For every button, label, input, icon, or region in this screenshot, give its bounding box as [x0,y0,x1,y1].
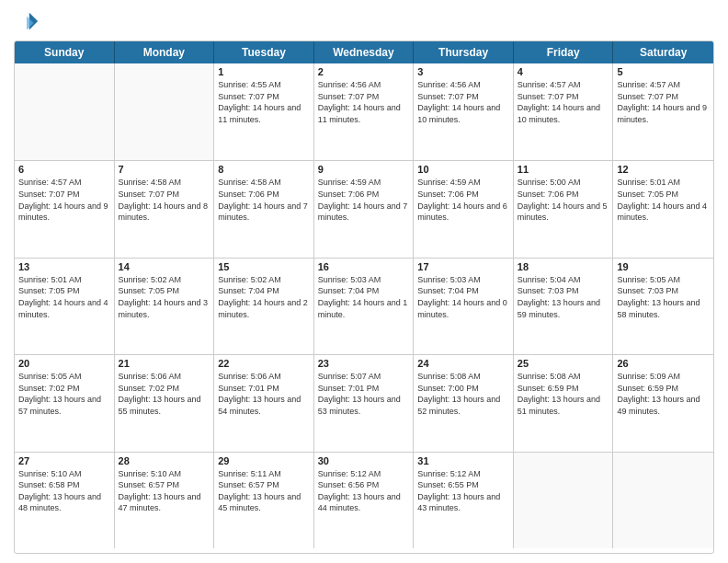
day-number: 19 [617,261,710,272]
day-number: 7 [119,164,210,175]
day-number: 24 [417,358,509,369]
sun-info: Sunrise: 5:08 AMSunset: 7:00 PMDaylight:… [417,371,509,417]
day-number: 26 [617,358,710,369]
header-day-wednesday: Wednesday [314,41,415,63]
cal-cell: 20 Sunrise: 5:05 AMSunset: 7:02 PMDaylig… [15,355,115,451]
cal-cell: 12 Sunrise: 5:01 AMSunset: 7:05 PMDaylig… [613,161,713,257]
cal-cell: 2 Sunrise: 4:56 AMSunset: 7:07 PMDayligh… [314,63,415,160]
sun-info: Sunrise: 4:56 AMSunset: 7:07 PMDaylight:… [417,79,509,125]
cal-cell: 10 Sunrise: 4:59 AMSunset: 7:06 PMDaylig… [414,161,514,257]
day-number: 10 [417,164,509,175]
day-number: 2 [318,66,410,77]
cal-cell: 9 Sunrise: 4:59 AMSunset: 7:06 PMDayligh… [314,161,415,257]
header-day-saturday: Saturday [613,41,713,63]
sun-info: Sunrise: 5:08 AMSunset: 6:59 PMDaylight:… [518,371,609,417]
sun-info: Sunrise: 4:56 AMSunset: 7:07 PMDaylight:… [318,79,410,125]
day-number: 25 [518,358,609,369]
day-number: 4 [518,66,609,77]
cal-cell: 5 Sunrise: 4:57 AMSunset: 7:07 PMDayligh… [613,63,713,160]
header-day-thursday: Thursday [414,41,514,63]
sun-info: Sunrise: 5:12 AMSunset: 6:56 PMDaylight:… [318,468,410,514]
header-day-tuesday: Tuesday [214,41,314,63]
sun-info: Sunrise: 5:10 AMSunset: 6:58 PMDaylight:… [18,468,110,514]
sun-info: Sunrise: 5:02 AMSunset: 7:05 PMDaylight:… [119,274,210,320]
cal-cell: 23 Sunrise: 5:07 AMSunset: 7:01 PMDaylig… [314,355,415,451]
week-row-3: 13 Sunrise: 5:01 AMSunset: 7:05 PMDaylig… [15,258,713,354]
cal-cell: 29 Sunrise: 5:11 AMSunset: 6:57 PMDaylig… [214,453,314,548]
day-number: 14 [119,261,210,272]
sun-info: Sunrise: 4:59 AMSunset: 7:06 PMDaylight:… [417,177,509,223]
cal-cell: 21 Sunrise: 5:06 AMSunset: 7:02 PMDaylig… [115,355,215,451]
cal-cell: 30 Sunrise: 5:12 AMSunset: 6:56 PMDaylig… [314,453,415,548]
sun-info: Sunrise: 4:57 AMSunset: 7:07 PMDaylight:… [617,79,710,125]
cal-cell: 13 Sunrise: 5:01 AMSunset: 7:05 PMDaylig… [15,259,115,354]
sun-info: Sunrise: 5:07 AMSunset: 7:01 PMDaylight:… [318,371,410,417]
day-number: 15 [218,261,310,272]
cal-cell: 1 Sunrise: 4:55 AMSunset: 7:07 PMDayligh… [214,63,314,160]
day-number: 9 [318,164,410,175]
sun-info: Sunrise: 5:05 AMSunset: 7:02 PMDaylight:… [18,371,110,417]
sun-info: Sunrise: 4:58 AMSunset: 7:07 PMDaylight:… [119,177,210,223]
cal-cell: 15 Sunrise: 5:02 AMSunset: 7:04 PMDaylig… [214,259,314,354]
cal-cell: 31 Sunrise: 5:12 AMSunset: 6:55 PMDaylig… [414,453,514,548]
cal-cell: 8 Sunrise: 4:58 AMSunset: 7:06 PMDayligh… [214,161,314,257]
cal-cell [613,453,713,548]
sun-info: Sunrise: 5:09 AMSunset: 6:59 PMDaylight:… [617,371,710,417]
day-number: 30 [318,455,410,466]
day-number: 12 [617,164,710,175]
sun-info: Sunrise: 5:01 AMSunset: 7:05 PMDaylight:… [18,274,110,320]
day-number: 13 [18,261,110,272]
sun-info: Sunrise: 5:12 AMSunset: 6:55 PMDaylight:… [417,468,509,514]
sun-info: Sunrise: 5:06 AMSunset: 7:01 PMDaylight:… [218,371,310,417]
week-row-1: 1 Sunrise: 4:55 AMSunset: 7:07 PMDayligh… [15,63,713,160]
day-number: 22 [218,358,310,369]
cal-cell: 27 Sunrise: 5:10 AMSunset: 6:58 PMDaylig… [15,453,115,548]
sun-info: Sunrise: 5:11 AMSunset: 6:57 PMDaylight:… [218,468,310,514]
day-number: 5 [617,66,710,77]
sun-info: Sunrise: 5:03 AMSunset: 7:04 PMDaylight:… [318,274,410,320]
day-number: 1 [218,66,310,77]
day-number: 20 [18,358,110,369]
week-row-4: 20 Sunrise: 5:05 AMSunset: 7:02 PMDaylig… [15,354,713,451]
day-number: 21 [119,358,210,369]
sun-info: Sunrise: 4:57 AMSunset: 7:07 PMDaylight:… [518,79,609,125]
sun-info: Sunrise: 5:05 AMSunset: 7:03 PMDaylight:… [617,274,710,320]
header-day-sunday: Sunday [15,41,115,63]
calendar: SundayMondayTuesdayWednesdayThursdayFrid… [14,40,714,554]
day-number: 11 [518,164,609,175]
day-number: 31 [417,455,509,466]
sun-info: Sunrise: 5:01 AMSunset: 7:05 PMDaylight:… [617,177,710,223]
day-number: 23 [318,358,410,369]
day-number: 3 [417,66,509,77]
cal-cell [514,453,614,548]
sun-info: Sunrise: 5:04 AMSunset: 7:03 PMDaylight:… [518,274,609,320]
sun-info: Sunrise: 5:00 AMSunset: 7:06 PMDaylight:… [518,177,609,223]
cal-cell: 19 Sunrise: 5:05 AMSunset: 7:03 PMDaylig… [613,259,713,354]
cal-cell: 17 Sunrise: 5:03 AMSunset: 7:04 PMDaylig… [414,259,514,354]
cal-cell: 26 Sunrise: 5:09 AMSunset: 6:59 PMDaylig… [613,355,713,451]
sun-info: Sunrise: 4:57 AMSunset: 7:07 PMDaylight:… [18,177,110,223]
cal-cell: 11 Sunrise: 5:00 AMSunset: 7:06 PMDaylig… [514,161,614,257]
day-number: 29 [218,455,310,466]
cal-cell: 28 Sunrise: 5:10 AMSunset: 6:57 PMDaylig… [115,453,215,548]
calendar-body: 1 Sunrise: 4:55 AMSunset: 7:07 PMDayligh… [15,63,713,548]
cal-cell: 7 Sunrise: 4:58 AMSunset: 7:07 PMDayligh… [115,161,215,257]
sun-info: Sunrise: 5:02 AMSunset: 7:04 PMDaylight:… [218,274,310,320]
sun-info: Sunrise: 5:06 AMSunset: 7:02 PMDaylight:… [119,371,210,417]
header-day-monday: Monday [115,41,215,63]
day-number: 27 [18,455,110,466]
day-number: 6 [18,164,110,175]
cal-cell: 16 Sunrise: 5:03 AMSunset: 7:04 PMDaylig… [314,259,415,354]
day-number: 17 [417,261,509,272]
cal-cell: 18 Sunrise: 5:04 AMSunset: 7:03 PMDaylig… [514,259,614,354]
calendar-header: SundayMondayTuesdayWednesdayThursdayFrid… [15,41,713,63]
logo-icon [14,9,40,35]
cal-cell [15,63,115,160]
cal-cell: 24 Sunrise: 5:08 AMSunset: 7:00 PMDaylig… [414,355,514,451]
day-number: 8 [218,164,310,175]
sun-info: Sunrise: 5:03 AMSunset: 7:04 PMDaylight:… [417,274,509,320]
day-number: 18 [518,261,609,272]
sun-info: Sunrise: 4:58 AMSunset: 7:06 PMDaylight:… [218,177,310,223]
cal-cell: 3 Sunrise: 4:56 AMSunset: 7:07 PMDayligh… [414,63,514,160]
sun-info: Sunrise: 4:59 AMSunset: 7:06 PMDaylight:… [318,177,410,223]
